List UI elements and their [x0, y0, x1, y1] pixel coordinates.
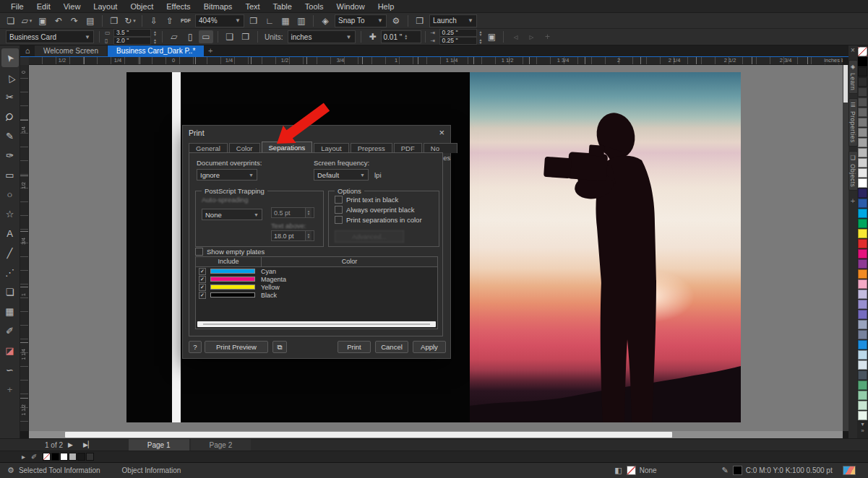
color-swatch[interactable] — [858, 279, 867, 289]
undo-icon[interactable]: ↶ — [51, 14, 66, 27]
docker-tab-properties[interactable]: ☰Properties — [848, 98, 858, 147]
trapping-dropdown[interactable]: None▼ — [202, 209, 262, 220]
color-swatch[interactable] — [858, 178, 867, 188]
rectangle-tool[interactable]: ▭ — [1, 165, 19, 184]
spinner-arrows-icon[interactable]: ▲▼ — [404, 34, 408, 40]
snap-to-combo[interactable]: Snap To▼ — [335, 14, 387, 27]
show-empty-plates-checkbox[interactable]: Show empty plates — [195, 248, 265, 256]
add-docker-icon[interactable]: + — [851, 196, 855, 205]
treat-as-filled-icon[interactable]: ▣ — [484, 30, 499, 43]
document-tab[interactable]: Welcome Screen — [35, 45, 107, 56]
spin-down-icon[interactable]: ▼ — [153, 33, 157, 36]
docker-tab-learn[interactable]: ◈Learn — [848, 60, 858, 94]
print-tab-pdf[interactable]: PDF — [394, 143, 422, 153]
docker-close-icon[interactable]: × — [851, 45, 855, 56]
recent-color-swatch[interactable] — [51, 453, 59, 461]
pdf-icon[interactable]: PDF — [179, 14, 193, 27]
color-swatch[interactable] — [858, 168, 867, 178]
last-page-icon[interactable]: ▶▏ — [83, 441, 93, 448]
spinner-arrows-icon[interactable]: ▲▼ — [153, 30, 157, 36]
checkbox-box[interactable] — [335, 196, 343, 204]
color-swatch[interactable] — [858, 290, 867, 299]
color-swatch[interactable] — [858, 229, 867, 238]
spinner-arrows-icon[interactable]: ▲▼ — [479, 38, 483, 44]
document-overprints-dropdown[interactable]: Ignore▼ — [197, 169, 257, 181]
plate-include-checkbox[interactable]: ✓ — [199, 292, 206, 299]
angle-icon[interactable]: ▱ — [167, 30, 181, 43]
color-swatch[interactable] — [858, 381, 867, 390]
spinner-arrows-icon[interactable]: ▲▼ — [153, 38, 157, 44]
artistic-media-tool[interactable]: ✑ — [1, 146, 19, 165]
text-above-field[interactable]: 18.0 pt ▲▼ — [271, 230, 314, 241]
advanced-button[interactable]: Advanced... — [335, 230, 404, 243]
color-swatch[interactable] — [858, 199, 867, 208]
color-swatch[interactable] — [858, 57, 867, 66]
no-color-swatch[interactable] — [43, 453, 51, 461]
drop-shadow-tool[interactable]: ❏ — [1, 282, 19, 301]
color-swatch[interactable] — [858, 330, 867, 339]
color-swatch[interactable] — [858, 300, 867, 309]
spin-down-icon[interactable]: ▼ — [479, 41, 483, 44]
color-swatch[interactable] — [858, 249, 867, 258]
color-swatch[interactable] — [858, 87, 867, 97]
duplicate-x-field[interactable]: 0.25 " — [439, 29, 477, 37]
color-swatch[interactable] — [858, 67, 867, 77]
color-swatch[interactable] — [858, 350, 867, 360]
menu-layout[interactable]: Layout — [87, 0, 124, 13]
next-page-icon[interactable]: ▶ — [68, 441, 73, 448]
menu-window[interactable]: Window — [330, 0, 371, 13]
menu-help[interactable]: Help — [371, 0, 401, 13]
palette-expand-icon[interactable]: » — [861, 427, 864, 434]
help-button[interactable]: ? — [189, 341, 202, 353]
menu-edit[interactable]: Edit — [30, 0, 57, 13]
current-page-icon[interactable]: ❒ — [239, 30, 253, 43]
apply-button[interactable]: Apply — [413, 341, 446, 353]
color-swatch[interactable] — [858, 269, 867, 279]
recent-color-swatch[interactable] — [60, 453, 68, 461]
landscape-icon[interactable]: ▭ — [199, 30, 213, 43]
plate-row[interactable]: ✓Magenta — [196, 275, 437, 283]
import-icon[interactable]: ⇩ — [147, 14, 161, 27]
snap-icon[interactable]: ◈ — [318, 14, 332, 27]
color-swatch[interactable] — [858, 219, 867, 228]
palette-scroll-down-icon[interactable]: ▾ — [861, 421, 864, 427]
option-checkbox[interactable]: Print separations in color — [335, 216, 422, 224]
menu-file[interactable]: File — [4, 0, 30, 13]
recent-color-swatch[interactable] — [69, 453, 77, 461]
checkbox-box[interactable] — [335, 216, 343, 224]
spin-down-icon[interactable]: ▼ — [404, 37, 408, 40]
eyedropper-icon[interactable]: ✐ — [31, 453, 37, 461]
plate-include-checkbox[interactable]: ✓ — [199, 284, 206, 291]
polygon-tool[interactable]: ☆ — [1, 204, 19, 223]
new-document-icon[interactable]: ❏ — [4, 14, 18, 27]
color-swatch[interactable] — [858, 128, 867, 137]
portrait-icon[interactable]: ▯ — [183, 30, 197, 43]
docker-tab-objects[interactable]: ❏Objects — [848, 151, 858, 191]
menu-table[interactable]: Table — [267, 0, 298, 13]
option-checkbox[interactable]: Print text in black — [335, 196, 398, 204]
export-icon[interactable]: ⇧ — [163, 14, 177, 27]
pattern-fill-tool[interactable]: ▦ — [1, 302, 19, 321]
print-preview-button[interactable]: Print Preview — [205, 341, 268, 353]
guidelines-icon[interactable]: ▥ — [294, 14, 309, 27]
status-gear-icon[interactable]: ⚙ — [7, 466, 14, 475]
units-combo[interactable]: inches▼ — [288, 30, 356, 43]
launch-icon[interactable]: ❒ — [413, 14, 427, 27]
pick-tool[interactable]: ➤ — [1, 48, 19, 67]
print-tab-layout[interactable]: Layout — [314, 143, 349, 153]
spin-down-icon[interactable]: ▼ — [479, 33, 483, 36]
zoom-level-combo[interactable]: 404%▼ — [195, 14, 244, 27]
checkbox-box[interactable] — [195, 248, 203, 256]
plate-row[interactable]: ✓Black — [196, 291, 437, 299]
document-tab[interactable]: Business Card_Dark P..* — [108, 45, 204, 56]
page-tab[interactable]: Page 1 — [129, 439, 189, 451]
color-swatch[interactable] — [858, 360, 867, 370]
menu-effects[interactable]: Effects — [160, 0, 197, 13]
color-swatch[interactable] — [858, 108, 867, 117]
nudge-icon[interactable]: ✚ — [366, 30, 380, 43]
color-swatch[interactable] — [858, 138, 867, 147]
crop-tool[interactable]: ✂ — [1, 87, 19, 106]
add-tool-icon[interactable]: + — [1, 380, 19, 399]
flyout-arrow-icon[interactable]: ▸ — [22, 453, 25, 461]
screen-frequency-dropdown[interactable]: Default▼ — [314, 169, 369, 181]
